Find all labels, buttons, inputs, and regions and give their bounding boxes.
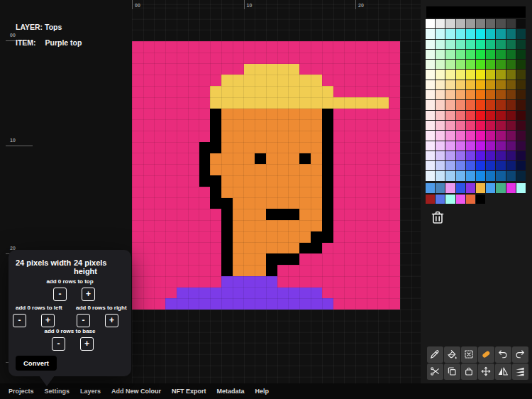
pixel-cell[interactable] [199,198,211,209]
palette-swatch-cyan[interactable] [426,29,435,38]
pixel-cell[interactable] [155,86,166,97]
pixel-cell[interactable] [344,209,355,220]
pixel-cell[interactable] [132,198,143,209]
pixel-cell[interactable] [367,86,378,97]
custom-swatch[interactable] [506,183,516,193]
pixel-cell[interactable] [188,198,199,209]
pixel-cell[interactable] [233,86,244,97]
pixel-cell[interactable] [378,131,389,142]
custom-swatch[interactable] [456,195,465,204]
pixel-cell[interactable] [221,75,233,86]
palette-swatch-violet[interactable] [456,151,465,160]
pixel-cell[interactable] [289,298,300,310]
pixel-cell[interactable] [311,64,322,75]
custom-swatch[interactable] [456,183,465,193]
rows-left-minus-button[interactable]: - [13,314,26,327]
pixel-cell[interactable] [322,175,333,187]
pixel-cell[interactable] [177,164,188,175]
pixel-cell[interactable] [255,231,266,243]
palette-swatch-green[interactable] [466,50,475,59]
pixel-cell[interactable] [333,276,345,288]
pixel-cell[interactable] [221,164,233,175]
pixel-cell[interactable] [255,288,266,299]
pixel-cell[interactable] [221,288,233,299]
pixel-cell[interactable] [233,97,244,109]
pixel-cell[interactable] [389,64,400,75]
pixel-cell[interactable] [244,276,255,288]
pixel-cell[interactable] [378,75,389,86]
pixel-cell[interactable] [289,109,300,120]
pixel-cell[interactable] [177,231,188,243]
pixel-cell[interactable] [165,131,177,142]
pixel-cell[interactable] [389,41,400,53]
palette-swatch-red[interactable] [426,111,435,120]
pixel-cell[interactable] [210,53,221,64]
pixel-cell[interactable] [210,276,221,288]
pixel-cell[interactable] [355,276,367,288]
pixel-cell[interactable] [389,198,400,209]
pixel-cell[interactable] [355,64,367,75]
pixel-cell[interactable] [255,97,266,109]
pixel-cell[interactable] [221,265,233,276]
palette-swatch-rose[interactable] [476,121,485,130]
pixel-cell[interactable] [289,64,300,75]
pixel-cell[interactable] [289,75,300,86]
pixel-cell[interactable] [233,41,244,53]
pixel-cell[interactable] [266,109,277,120]
pixel-cell[interactable] [367,142,378,153]
pixel-cell[interactable] [244,265,255,276]
palette-swatch-spring-green[interactable] [516,40,526,49]
pixel-cell[interactable] [244,220,255,231]
pixel-art-canvas[interactable] [132,41,400,310]
custom-swatch[interactable] [476,183,485,193]
pixel-cell[interactable] [221,243,233,254]
palette-swatch-purple[interactable] [496,141,505,151]
palette-swatch-vermilion[interactable] [466,100,475,109]
rows-right-plus-button[interactable]: + [105,314,118,327]
palette-swatch-yellow[interactable] [476,70,485,79]
pixel-cell[interactable] [355,86,367,97]
pixel-cell[interactable] [389,53,400,64]
pixel-cell[interactable] [221,187,233,198]
pixel-cell[interactable] [378,86,389,97]
pixel-cell[interactable] [289,276,300,288]
pixel-cell[interactable] [255,64,266,75]
pixel-cell[interactable] [132,119,143,131]
pixel-cell[interactable] [389,97,400,109]
pixel-cell[interactable] [188,164,199,175]
pixel-cell[interactable] [333,131,345,142]
pixel-cell[interactable] [299,131,311,142]
pixel-cell[interactable] [266,131,277,142]
pixel-cell[interactable] [378,276,389,288]
pixel-cell[interactable] [221,109,233,120]
pixel-cell[interactable] [165,243,177,254]
pixel-cell[interactable] [266,243,277,254]
pixel-cell[interactable] [367,75,378,86]
pixel-cell[interactable] [289,153,300,165]
pixel-cell[interactable] [244,209,255,220]
pixel-cell[interactable] [299,41,311,53]
pixel-cell[interactable] [378,298,389,310]
palette-swatch-cyan[interactable] [445,29,455,38]
pixel-cell[interactable] [311,153,322,165]
pixel-cell[interactable] [333,41,345,53]
pixel-cell[interactable] [344,198,355,209]
pixel-cell[interactable] [177,265,188,276]
pixel-cell[interactable] [177,288,188,299]
pixel-cell[interactable] [378,175,389,187]
pixel-cell[interactable] [165,119,177,131]
pixel-cell[interactable] [344,109,355,120]
pixel-cell[interactable] [333,86,345,97]
pixel-cell[interactable] [333,164,345,175]
palette-swatch-violet[interactable] [445,151,455,160]
pixel-cell[interactable] [277,298,289,310]
pixel-cell[interactable] [244,142,255,153]
rows-top-minus-button[interactable]: - [53,288,67,301]
pixel-cell[interactable] [143,175,155,187]
pixel-cell[interactable] [165,276,177,288]
pixel-cell[interactable] [199,86,211,97]
pixel-cell[interactable] [155,41,166,53]
pixel-cell[interactable] [389,298,400,310]
palette-swatch-green[interactable] [436,50,445,59]
pixel-cell[interactable] [244,198,255,209]
